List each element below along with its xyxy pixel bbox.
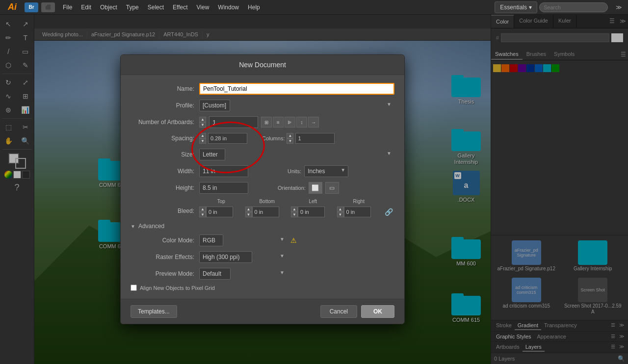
units-select-wrapper: Inches Pixels Millimeters — [304, 165, 348, 177]
spacing-input[interactable] — [208, 133, 247, 144]
bleed-row: Bleed: Top Bottom Left Right ▲ ▼ — [131, 199, 394, 218]
bleed-right-up[interactable]: ▲ — [337, 207, 344, 212]
units-label: Units: — [288, 168, 301, 174]
profile-row: Profile: [Custom] — [131, 100, 394, 111]
artboard-next-btn[interactable]: → — [308, 117, 319, 128]
menu-file[interactable]: File — [59, 2, 76, 13]
height-input[interactable] — [199, 182, 248, 194]
bleed-bottom-label: Bottom — [245, 199, 289, 204]
essentials-button[interactable]: Essentials ▾ — [495, 1, 537, 13]
spacing-down[interactable]: ▼ — [199, 138, 206, 144]
orientation-controls: Orientation: ⬜ ▭ — [278, 182, 339, 194]
raster-effects-select-wrapper: High (300 ppi) Medium (150 ppi) Screen (… — [199, 251, 288, 263]
bleed-bottom-input[interactable] — [252, 207, 279, 217]
size-select[interactable]: Letter Legal Tabloid A4 — [199, 149, 225, 160]
width-input[interactable] — [199, 165, 248, 177]
bleed-inputs-row: ▲ ▼ ▲ ▼ — [199, 206, 394, 218]
profile-select[interactable]: [Custom] — [199, 100, 230, 111]
bleed-bottom-up[interactable]: ▲ — [245, 207, 252, 212]
artboard-layout-btns: ⊞ ≡ ⫸ ↕ → — [261, 117, 319, 128]
color-mode-select-wrapper: RGB CMYK — [199, 234, 288, 246]
bleed-right-down[interactable]: ▼ — [337, 212, 344, 217]
new-document-dialog: New Document Name: Profile: [Custom] Num… — [120, 54, 405, 324]
essentials-chevron-icon: ▾ — [529, 4, 532, 11]
color-warning-icon: ⚠ — [290, 236, 297, 244]
spacing-stepper: ▲ ▼ — [199, 133, 206, 144]
artboards-row: Number of Artboards: ▲ ▼ ⊞ ≡ ⫸ ↕ → — [131, 116, 394, 128]
bleed-right-stepper: ▲ ▼ — [337, 207, 344, 217]
menu-view[interactable]: View — [193, 2, 213, 13]
color-mode-label: Color Mode: — [131, 237, 199, 244]
orientation-landscape-btn[interactable]: ▭ — [325, 182, 339, 194]
bleed-left-down[interactable]: ▼ — [291, 212, 298, 217]
orientation-portrait-btn[interactable]: ⬜ — [309, 182, 322, 194]
menu-window[interactable]: Window — [214, 2, 243, 13]
templates-button[interactable]: Templates... — [131, 305, 177, 318]
bleed-right-wrap: ▲ ▼ — [337, 207, 381, 217]
dialog-body: Name: Profile: [Custom] Number of Artboa… — [121, 75, 404, 299]
bleed-left-wrap: ▲ ▼ — [291, 207, 335, 217]
preview-mode-row: Preview Mode: Default Pixel Overprint — [131, 268, 394, 280]
bleed-bottom-down[interactable]: ▼ — [245, 212, 252, 217]
bleed-link-icon[interactable]: 🔗 — [383, 206, 394, 218]
menu-select[interactable]: Select — [144, 2, 168, 13]
search-input[interactable] — [539, 2, 608, 12]
menu-type[interactable]: Type — [122, 2, 143, 13]
bleed-controls: Top Bottom Left Right ▲ ▼ — [199, 199, 394, 218]
advanced-header[interactable]: ▼ Advanced — [131, 223, 394, 230]
menu-help[interactable]: Help — [244, 2, 264, 13]
artboards-controls: ▲ ▼ ⊞ ≡ ⫸ ↕ → — [199, 116, 319, 128]
menu-items: File Edit Object Type Select Effect View… — [59, 2, 495, 13]
menu-object[interactable]: Object — [96, 2, 121, 13]
name-input[interactable] — [199, 83, 394, 95]
width-row: Width: Units: Inches Pixels Millimeters — [131, 165, 394, 177]
bleed-top-wrap: ▲ ▼ — [199, 207, 243, 217]
workspace-switcher[interactable]: ⬛ — [41, 2, 55, 12]
bleed-top-stepper: ▲ ▼ — [199, 207, 206, 217]
artboards-down[interactable]: ▼ — [199, 122, 206, 128]
essentials-label: Essentials — [500, 4, 527, 11]
bleed-label: Bleed: — [131, 199, 199, 214]
raster-effects-label: Raster Effects: — [131, 254, 199, 260]
artboards-label: Number of Artboards: — [131, 119, 199, 126]
color-mode-select[interactable]: RGB CMYK — [199, 234, 223, 246]
artboards-input[interactable] — [209, 116, 258, 128]
profile-select-wrapper: [Custom] — [199, 100, 394, 111]
ok-button[interactable]: OK — [361, 305, 394, 318]
artboard-grid-btn[interactable]: ⊞ — [261, 117, 272, 128]
columns-down[interactable]: ▼ — [287, 138, 293, 144]
artboard-col-btn[interactable]: ⫸ — [285, 117, 295, 128]
bleed-left-up[interactable]: ▲ — [291, 207, 298, 212]
bleed-right-input[interactable] — [344, 207, 371, 217]
bleed-top-up[interactable]: ▲ — [199, 207, 206, 212]
height-row: Height: Orientation: ⬜ ▭ — [131, 182, 394, 194]
pixel-grid-label[interactable]: Align New Objects to Pixel Grid — [140, 285, 215, 291]
size-select-wrapper: Letter Legal Tabloid A4 — [199, 149, 394, 160]
artboards-up[interactable]: ▲ — [199, 117, 206, 122]
preview-mode-select[interactable]: Default Pixel Overprint — [199, 268, 231, 280]
pixel-grid-checkbox[interactable] — [131, 285, 137, 291]
raster-effects-select[interactable]: High (300 ppi) Medium (150 ppi) Screen (… — [199, 251, 252, 263]
spacing-up[interactable]: ▲ — [199, 133, 206, 138]
menu-bar: Ai Br ⬛ File Edit Object Type Select Eff… — [0, 0, 628, 15]
columns-up[interactable]: ▲ — [287, 133, 293, 138]
bleed-top-input[interactable] — [206, 207, 233, 217]
preview-mode-label: Preview Mode: — [131, 270, 199, 277]
raster-effects-row: Raster Effects: High (300 ppi) Medium (1… — [131, 251, 394, 263]
bleed-left-input[interactable] — [298, 207, 325, 217]
menu-edit[interactable]: Edit — [77, 2, 95, 13]
artboard-row-btn[interactable]: ≡ — [273, 117, 284, 128]
units-select[interactable]: Inches Pixels Millimeters — [304, 165, 348, 177]
collapse-icon[interactable]: ≫ — [612, 2, 626, 13]
bleed-top-down[interactable]: ▼ — [199, 212, 206, 217]
dialog-footer: Templates... Cancel OK — [121, 299, 404, 324]
artboard-arrange-btn[interactable]: ↕ — [296, 117, 307, 128]
bleed-left-stepper: ▲ ▼ — [291, 207, 298, 217]
columns-stepper: ▲ ▼ — [287, 133, 293, 144]
menu-effect[interactable]: Effect — [169, 2, 191, 13]
columns-input[interactable] — [295, 133, 335, 144]
bridge-badge[interactable]: Br — [25, 2, 38, 12]
spacing-columns-row: Spacing: ▲ ▼ Columns: ▲ ▼ — [131, 133, 394, 144]
cancel-button[interactable]: Cancel — [320, 305, 357, 318]
columns-controls: Columns: ▲ ▼ — [262, 133, 335, 144]
